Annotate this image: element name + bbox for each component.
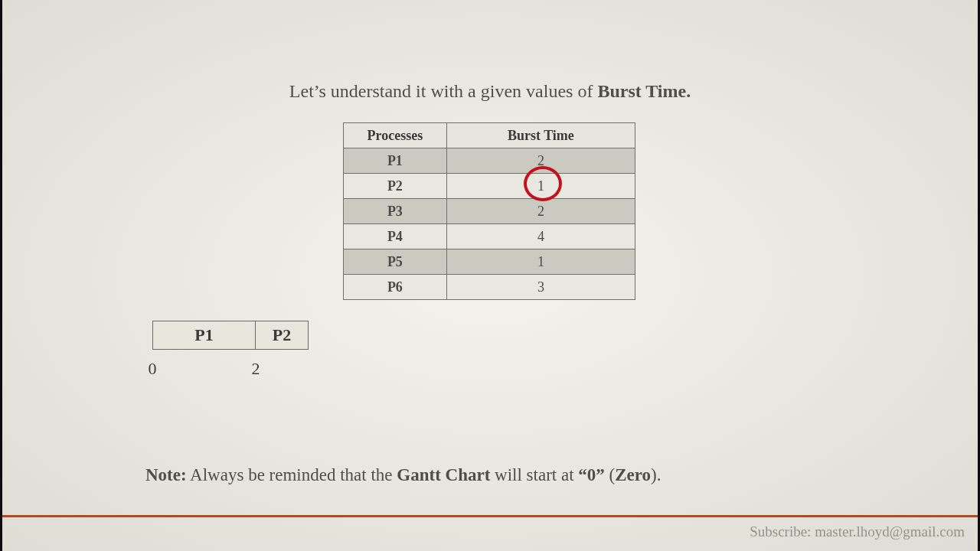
table-row: P21	[344, 174, 635, 199]
cell-burst: 3	[446, 275, 635, 300]
cell-process: P3	[344, 199, 447, 224]
table-header-row: Processes Burst Time	[344, 123, 635, 148]
cell-burst: 2	[446, 199, 635, 224]
cell-process: P6	[344, 275, 447, 300]
cell-burst: 2	[446, 148, 635, 174]
gantt-tick: 0	[149, 359, 157, 379]
table-row: P12	[344, 148, 635, 174]
gantt-tick: 2	[252, 359, 260, 379]
heading-bold: Burst Time.	[597, 81, 691, 101]
heading-pre: Let’s understand it with a given values …	[289, 81, 598, 101]
table-row: P44	[344, 224, 635, 249]
slide-heading: Let’s understand it with a given values …	[0, 81, 980, 102]
note-lead: Note:	[145, 465, 187, 484]
table-row: P63	[344, 275, 635, 300]
burst-time-table: Processes Burst Time P12 P21 P32 P44 P51…	[343, 122, 635, 300]
note-text: (	[605, 465, 615, 484]
cell-process: P2	[344, 174, 447, 199]
gantt-ticks: 0 2	[152, 359, 309, 382]
gantt-cell-p1: P1	[152, 321, 256, 350]
note-bold: Zero	[615, 465, 651, 484]
cell-burst: 4	[446, 224, 635, 249]
subscribe-text: Subscribe: master.lhoyd@gmail.com	[750, 523, 965, 540]
cell-burst: 1	[446, 174, 635, 199]
footer-divider	[2, 515, 978, 517]
cell-process: P4	[344, 224, 447, 249]
note-line: Note: Always be reminded that the Gantt …	[145, 465, 662, 485]
gantt-chart: P1 P2 0 2	[152, 321, 309, 382]
col-header-burst: Burst Time	[446, 123, 635, 148]
cell-process: P5	[344, 249, 447, 275]
gantt-cell-p2: P2	[255, 321, 309, 350]
note-bold: “0”	[578, 465, 605, 484]
cell-process: P1	[344, 148, 447, 174]
note-text: will start at	[490, 465, 578, 484]
note-text: ).	[651, 465, 661, 484]
gantt-row: P1 P2	[152, 321, 309, 350]
note-text: Always be reminded that the	[187, 465, 397, 484]
table-row: P51	[344, 249, 635, 275]
cell-burst: 1	[446, 249, 635, 275]
table-row: P32	[344, 199, 635, 224]
note-bold: Gantt Chart	[397, 465, 490, 484]
col-header-process: Processes	[344, 123, 447, 148]
